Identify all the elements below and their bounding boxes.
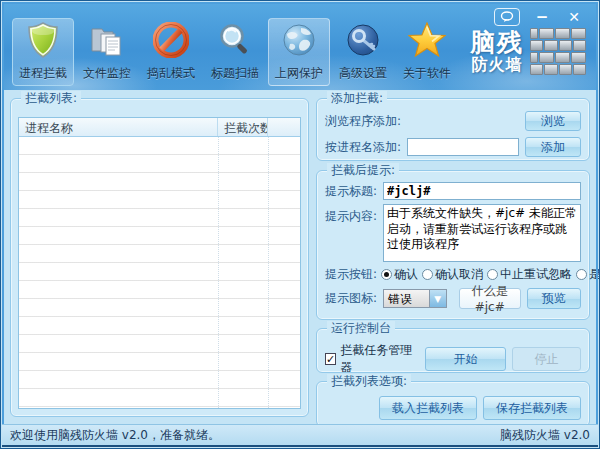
- table-header-process-name[interactable]: 进程名称: [19, 118, 218, 136]
- table-header-empty: [268, 118, 300, 136]
- list-options-group: 拦截列表选项: 载入拦截列表 保存拦截列表: [316, 381, 590, 427]
- tab-label: 文件监控: [83, 65, 131, 82]
- checkbox-check-icon: ✓: [325, 353, 336, 365]
- add-intercept-group-title: 添加拦截:: [327, 91, 387, 105]
- folder-monitor-icon: [88, 21, 126, 59]
- minimize-button[interactable]: −: [532, 8, 552, 26]
- intercept-taskmgr-checkbox[interactable]: ✓ 拦截任务管理器: [325, 342, 413, 376]
- chevron-down-icon[interactable]: ▼: [429, 290, 446, 307]
- load-intercept-list-button[interactable]: 载入拦截列表: [379, 396, 477, 420]
- intercept-list-group-title: 拦截列表:: [21, 91, 81, 105]
- intercept-list-group: 拦截列表: 进程名称 拦截次数: [10, 98, 309, 417]
- globe-icon: [280, 21, 318, 59]
- key-icon: [344, 21, 382, 59]
- main-content: 拦截列表: 进程名称 拦截次数 添加拦截: 浏览程序添加: 浏览: [4, 90, 596, 423]
- logo-line1: 脑残: [470, 30, 524, 56]
- radio-circle-icon: [487, 269, 498, 280]
- tab-mischief-mode[interactable]: 捣乱模式: [140, 18, 202, 86]
- close-button[interactable]: ✕: [564, 8, 584, 26]
- tab-about[interactable]: 关于软件: [396, 18, 458, 86]
- radio-yes-no[interactable]: 是否: [576, 266, 600, 283]
- start-button[interactable]: 开始: [425, 347, 506, 371]
- tab-process-intercept[interactable]: 进程拦截: [12, 18, 74, 86]
- radio-ok-cancel[interactable]: 确认取消: [422, 266, 483, 283]
- tab-internet-protection[interactable]: 上网保护: [268, 18, 330, 86]
- prompt-icon-dropdown[interactable]: 错误 ▼: [383, 289, 447, 308]
- table-header-row: 进程名称 拦截次数: [19, 118, 300, 137]
- radio-label: 中止重试忽略: [500, 266, 572, 283]
- tab-label: 关于软件: [403, 65, 451, 82]
- list-options-group-title: 拦截列表选项:: [327, 374, 411, 388]
- tab-label: 上网保护: [275, 65, 323, 82]
- magnifier-icon: [216, 21, 254, 59]
- app-logo-text: 脑残 防火墙: [470, 30, 524, 73]
- prohibition-icon: [152, 21, 190, 59]
- radio-circle-icon: [381, 269, 392, 280]
- shield-icon: [24, 21, 62, 59]
- stop-button[interactable]: 停止: [512, 347, 581, 371]
- prompt-content-label: 提示内容:: [325, 208, 377, 225]
- prompt-group-title: 拦截后提示:: [327, 163, 399, 177]
- brick-wall-icon: [530, 28, 586, 76]
- app-logo: 脑残 防火墙: [470, 28, 586, 76]
- app-window: − ✕ 进程拦截: [0, 0, 600, 449]
- radio-circle-icon: [576, 269, 587, 280]
- prompt-content-textarea[interactable]: 由于系统文件缺失，#jc# 未能正常启动，请重新尝试运行该程序或跳过使用该程序: [383, 204, 581, 262]
- tab-file-monitor[interactable]: 文件监控: [76, 18, 138, 86]
- tab-label: 标题扫描: [211, 65, 259, 82]
- run-console-group-title: 运行控制台: [327, 321, 395, 335]
- preview-button[interactable]: 预览: [527, 288, 581, 309]
- feedback-bubble-button[interactable]: [494, 8, 520, 26]
- star-icon: [408, 21, 446, 59]
- radio-circle-icon: [422, 269, 433, 280]
- save-intercept-list-button[interactable]: 保存拦截列表: [483, 396, 581, 420]
- tab-title-scan[interactable]: 标题扫描: [204, 18, 266, 86]
- column-separator: [218, 137, 219, 408]
- process-name-input[interactable]: [407, 138, 519, 156]
- dropdown-selected-value: 错误: [384, 290, 429, 307]
- radio-label: 确认: [394, 266, 418, 283]
- chat-bubble-icon: [500, 11, 514, 23]
- browse-program-label: 浏览程序添加:: [325, 113, 401, 130]
- toolbar: − ✕ 进程拦截: [2, 2, 598, 90]
- prompt-title-input[interactable]: [383, 182, 581, 200]
- tab-label: 捣乱模式: [147, 65, 195, 82]
- table-body[interactable]: [19, 137, 300, 408]
- add-intercept-group: 添加拦截: 浏览程序添加: 浏览 按进程名添加: 添加: [316, 98, 590, 161]
- logo-line2: 防火墙: [470, 57, 524, 74]
- radio-confirm[interactable]: 确认: [381, 266, 418, 283]
- radio-abort-retry-ignore[interactable]: 中止重试忽略: [487, 266, 572, 283]
- what-is-jc-button[interactable]: 什么是#jc#: [459, 288, 521, 309]
- status-version: 脑残防火墙 v2.0: [500, 427, 590, 444]
- status-message: 欢迎使用脑残防火墙 v2.0，准备就绪。: [10, 427, 220, 444]
- prompt-buttons-label: 提示按钮:: [325, 266, 377, 283]
- run-console-group: 运行控制台 ✓ 拦截任务管理器 开始 停止: [316, 328, 590, 373]
- window-controls: − ✕: [494, 8, 584, 26]
- table-header-intercept-count[interactable]: 拦截次数: [218, 118, 268, 136]
- tab-label: 进程拦截: [19, 65, 67, 82]
- checkbox-label: 拦截任务管理器: [340, 342, 413, 376]
- prompt-title-label: 提示标题:: [325, 183, 377, 200]
- column-separator: [268, 137, 269, 408]
- prompt-icon-label: 提示图标:: [325, 290, 377, 307]
- radio-label: 确认取消: [435, 266, 483, 283]
- status-bar: 欢迎使用脑残防火墙 v2.0，准备就绪。 脑残防火墙 v2.0: [2, 424, 598, 447]
- toolbar-tabs: 进程拦截 文件监控: [12, 18, 458, 86]
- prompt-group: 拦截后提示: 提示标题: 提示内容: 由于系统文件缺失，#jc# 未能正常启动，…: [316, 170, 590, 320]
- tab-advanced-settings[interactable]: 高级设置: [332, 18, 394, 86]
- radio-label: 是否: [589, 266, 600, 283]
- intercept-list-table[interactable]: 进程名称 拦截次数: [18, 117, 301, 409]
- add-button[interactable]: 添加: [525, 137, 581, 157]
- browse-button[interactable]: 浏览: [525, 111, 581, 131]
- by-process-name-label: 按进程名添加:: [325, 139, 401, 156]
- tab-label: 高级设置: [339, 65, 387, 82]
